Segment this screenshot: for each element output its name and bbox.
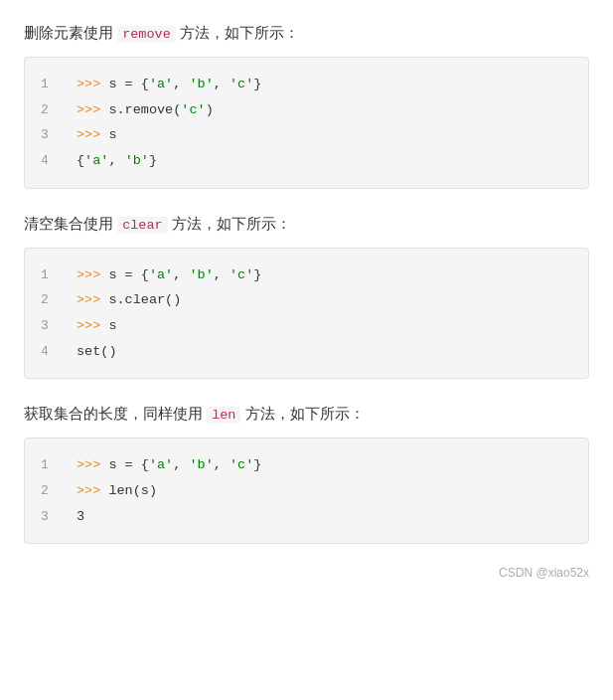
line-content: >>> s.clear(): [77, 287, 181, 313]
code-line: 1>>> s = {'a', 'b', 'c'}: [41, 452, 572, 478]
code-line: 3>>> s: [41, 122, 572, 148]
line-number: 4: [41, 340, 61, 365]
len-section: 获取集合的长度，同样使用 len 方法，如下所示：1>>> s = {'a', …: [24, 401, 589, 544]
inline-code: clear: [117, 217, 168, 234]
code-line: 1>>> s = {'a', 'b', 'c'}: [41, 72, 572, 97]
line-content: >>> s = {'a', 'b', 'c'}: [77, 72, 261, 97]
line-content: >>> s = {'a', 'b', 'c'}: [77, 452, 261, 478]
description-text: 删除元素使用 remove 方法，如下所示：: [24, 20, 589, 47]
line-number: 1: [41, 453, 61, 478]
inline-code: remove: [117, 26, 176, 43]
line-content: >>> len(s): [77, 478, 157, 504]
line-number: 2: [41, 98, 61, 123]
footer: CSDN @xiao52x: [24, 566, 589, 580]
line-number: 3: [41, 314, 61, 339]
code-line: 33: [41, 504, 572, 530]
code-line: 2>>> s.remove('c'): [41, 97, 572, 123]
line-number: 4: [41, 149, 61, 174]
line-number: 2: [41, 479, 61, 504]
code-block: 1>>> s = {'a', 'b', 'c'}2>>> s.clear()3>…: [24, 248, 589, 380]
inline-code: len: [207, 407, 240, 424]
code-line: 2>>> s.clear(): [41, 287, 572, 313]
line-number: 3: [41, 123, 61, 148]
clear-section: 清空集合使用 clear 方法，如下所示：1>>> s = {'a', 'b',…: [24, 211, 589, 380]
line-number: 2: [41, 288, 61, 313]
line-content: 3: [77, 504, 84, 530]
content-root: 删除元素使用 remove 方法，如下所示：1>>> s = {'a', 'b'…: [24, 20, 589, 544]
line-number: 3: [41, 505, 61, 530]
line-content: set(): [77, 339, 117, 365]
description-text: 清空集合使用 clear 方法，如下所示：: [24, 211, 589, 238]
code-line: 2>>> len(s): [41, 478, 572, 504]
code-block: 1>>> s = {'a', 'b', 'c'}2>>> s.remove('c…: [24, 57, 589, 189]
remove-section: 删除元素使用 remove 方法，如下所示：1>>> s = {'a', 'b'…: [24, 20, 589, 189]
code-block: 1>>> s = {'a', 'b', 'c'}2>>> len(s)33: [24, 438, 589, 544]
line-content: >>> s = {'a', 'b', 'c'}: [77, 262, 261, 288]
line-content: {'a', 'b'}: [77, 148, 157, 174]
line-content: >>> s.remove('c'): [77, 97, 214, 123]
code-line: 1>>> s = {'a', 'b', 'c'}: [41, 262, 572, 288]
description-text: 获取集合的长度，同样使用 len 方法，如下所示：: [24, 401, 589, 428]
code-line: 4{'a', 'b'}: [41, 148, 572, 174]
line-number: 1: [41, 263, 61, 288]
line-content: >>> s: [77, 313, 117, 339]
line-content: >>> s: [77, 122, 117, 148]
code-line: 4set(): [41, 339, 572, 365]
code-line: 3>>> s: [41, 313, 572, 339]
line-number: 1: [41, 73, 61, 97]
